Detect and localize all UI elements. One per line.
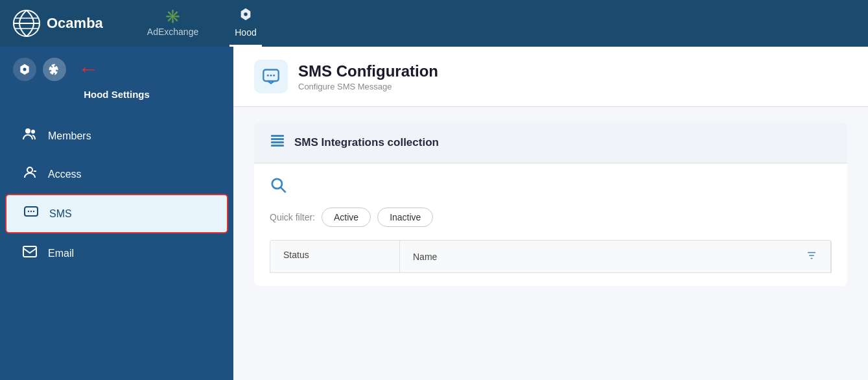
sidebar-item-email-label: Email xyxy=(48,248,74,259)
quick-filter-label: Quick filter: xyxy=(270,212,315,222)
hood-settings-label: Hood Settings xyxy=(84,89,150,100)
svg-rect-19 xyxy=(271,135,284,137)
content-body: SMS Integrations collection xyxy=(233,107,868,380)
content-header: SMS Configuration Configure SMS Message xyxy=(233,47,868,107)
sms-icon xyxy=(22,204,40,223)
filter-inactive-btn[interactable]: Inactive xyxy=(377,208,433,227)
top-navigation: Ocamba ✳️ AdExchange Hood xyxy=(0,0,868,47)
sidebar-item-members[interactable]: Members xyxy=(5,117,228,154)
main-layout: ← Hood Settings Members xyxy=(0,47,868,380)
svg-rect-22 xyxy=(271,145,284,147)
hood-nav-icon-btn[interactable] xyxy=(13,58,36,81)
collection-icon xyxy=(270,133,285,152)
hood-settings-label-row: Hood Settings xyxy=(0,86,233,108)
search-row xyxy=(270,176,832,197)
page-subtitle: Configure SMS Message xyxy=(298,82,438,91)
adexchange-icon: ✳️ xyxy=(165,8,181,24)
content-header-icon-wrapper xyxy=(254,60,288,93)
sidebar-item-email[interactable]: Email xyxy=(5,235,228,272)
access-icon xyxy=(21,165,39,184)
page-title: SMS Configuration xyxy=(298,62,438,80)
table-col-name-label: Name xyxy=(413,252,437,262)
collection-header: SMS Integrations collection xyxy=(254,123,847,163)
svg-rect-14 xyxy=(23,246,36,257)
table-col-status: Status xyxy=(270,241,400,272)
table-header: Status Name xyxy=(270,240,832,273)
hood-nav-icon xyxy=(18,63,31,76)
collection-section: SMS Integrations collection xyxy=(254,123,847,286)
nav-tabs: ✳️ AdExchange Hood xyxy=(142,0,262,47)
sidebar-item-access[interactable]: Access xyxy=(5,156,228,193)
svg-point-12 xyxy=(30,211,32,212)
svg-point-16 xyxy=(267,75,269,77)
settings-icon-btn[interactable] xyxy=(43,58,66,81)
collection-body: Quick filter: Active Inactive Status Nam… xyxy=(254,163,847,286)
svg-point-6 xyxy=(25,128,30,134)
sidebar-nav: Members Access xyxy=(0,108,233,380)
wrench-icon xyxy=(48,63,61,76)
sidebar-item-sms[interactable]: SMS xyxy=(5,194,228,233)
tab-adexchange[interactable]: ✳️ AdExchange xyxy=(142,0,204,47)
sidebar-item-access-label: Access xyxy=(48,169,82,180)
svg-line-24 xyxy=(281,187,285,192)
svg-point-17 xyxy=(270,75,272,77)
tab-adexchange-label: AdExchange xyxy=(147,27,198,37)
search-icon xyxy=(270,176,287,193)
brand-name-label: Ocamba xyxy=(47,15,103,32)
table-col-filter-icon[interactable] xyxy=(806,250,817,263)
svg-point-18 xyxy=(273,75,275,77)
brand-logo-area[interactable]: Ocamba xyxy=(13,10,103,37)
svg-rect-20 xyxy=(271,138,284,140)
search-icon-btn[interactable] xyxy=(270,176,287,197)
svg-point-5 xyxy=(23,67,27,71)
svg-point-4 xyxy=(244,12,248,16)
svg-point-13 xyxy=(33,211,34,212)
sidebar-header-icons: ← xyxy=(13,57,99,81)
members-icon xyxy=(21,126,39,145)
back-arrow-icon: ← xyxy=(78,57,99,81)
svg-point-7 xyxy=(31,130,35,134)
content-header-text: SMS Configuration Configure SMS Message xyxy=(298,62,438,91)
content-area: SMS Configuration Configure SMS Message xyxy=(233,47,868,380)
svg-rect-21 xyxy=(271,141,284,143)
quick-filter-row: Quick filter: Active Inactive xyxy=(270,208,832,227)
hood-icon xyxy=(239,7,253,25)
sidebar-item-sms-label: SMS xyxy=(49,208,72,220)
collection-title: SMS Integrations collection xyxy=(294,136,439,149)
tab-hood-label: Hood xyxy=(235,27,256,38)
sidebar-item-members-label: Members xyxy=(48,130,91,142)
brand-logo-icon xyxy=(13,10,40,37)
email-icon xyxy=(21,244,39,263)
sidebar: ← Hood Settings Members xyxy=(0,47,233,380)
tab-hood[interactable]: Hood xyxy=(229,0,261,47)
sms-config-icon xyxy=(262,67,280,86)
table-col-name: Name xyxy=(400,241,831,272)
filter-active-btn[interactable]: Active xyxy=(322,208,371,227)
svg-point-11 xyxy=(28,211,29,212)
sidebar-header: ← xyxy=(0,47,233,86)
svg-point-8 xyxy=(27,167,32,172)
